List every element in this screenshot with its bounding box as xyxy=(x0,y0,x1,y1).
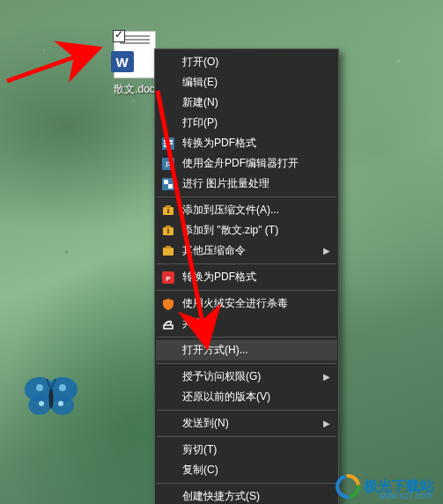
shield-icon xyxy=(161,297,175,311)
menu-print[interactable]: 打印(P) xyxy=(156,113,337,133)
svg-rect-26 xyxy=(167,229,169,233)
svg-point-4 xyxy=(36,384,43,391)
menu-create-shortcut[interactable]: 创建快捷方式(S) xyxy=(156,486,337,504)
menu-separator xyxy=(157,196,336,197)
menu-label: 其他压缩命令 xyxy=(182,243,246,258)
menu-separator xyxy=(157,290,336,291)
chevron-right-icon: ▶ xyxy=(323,246,330,256)
pdf-editor-icon: P xyxy=(161,157,175,171)
svg-point-5 xyxy=(59,384,66,391)
menu-batch-image[interactable]: 进行 图片批量处理 xyxy=(156,174,337,194)
menu-edit[interactable]: 编辑(E) xyxy=(156,72,337,93)
menu-new[interactable]: 新建(N) xyxy=(156,93,337,113)
svg-point-7 xyxy=(58,401,63,406)
svg-point-6 xyxy=(39,401,44,406)
image-batch-icon xyxy=(161,177,175,191)
menu-label: 打开方式(H)... xyxy=(182,343,248,358)
watermark-url: www.xz7.com xyxy=(379,491,432,500)
menu-restore-previous[interactable]: 还原以前的版本(V) xyxy=(156,387,337,407)
svg-rect-19 xyxy=(164,180,168,184)
menu-open-with[interactable]: 打开方式(H)... xyxy=(156,340,337,360)
menu-send-to[interactable]: 发送到(N) ▶ xyxy=(156,413,337,434)
svg-rect-23 xyxy=(167,209,169,213)
menu-add-zip[interactable]: 添加到 "散文.zip" (T) xyxy=(156,220,337,241)
menu-separator xyxy=(157,263,336,264)
pdf-icon xyxy=(161,137,175,151)
word-badge-icon: W xyxy=(111,51,134,72)
chevron-right-icon: ▶ xyxy=(323,419,330,428)
menu-label: 发送到(N) xyxy=(182,416,229,431)
menu-label: 添加到 "散文.zip" (T) xyxy=(182,223,278,238)
svg-rect-25 xyxy=(166,226,171,228)
menu-label: 剪切(T) xyxy=(182,442,217,457)
menu-grant-access[interactable]: 授予访问权限(G) ▶ xyxy=(156,367,337,387)
svg-rect-20 xyxy=(168,184,173,189)
menu-label: 使用金舟PDF编辑器打开 xyxy=(182,156,299,171)
context-menu: 打开(O) 编辑(E) 新建(N) 打印(P) 转换为PDF格式 P 使用金舟P… xyxy=(154,48,339,504)
svg-text:P: P xyxy=(166,160,171,169)
menu-cut[interactable]: 剪切(T) xyxy=(156,440,337,460)
svg-rect-28 xyxy=(166,246,171,248)
menu-label: 授予访问权限(G) xyxy=(182,369,261,384)
svg-rect-27 xyxy=(163,248,174,256)
menu-convert-pdf-2[interactable]: P 转换为PDF格式 xyxy=(156,267,337,287)
menu-label: 共享 xyxy=(182,316,203,331)
menu-other-compress[interactable]: 其他压缩命令 ▶ xyxy=(156,241,337,261)
menu-label: 创建快捷方式(S) xyxy=(182,489,260,504)
zip-icon xyxy=(161,224,175,238)
archive-icon xyxy=(161,204,175,218)
selection-checkbox-icon xyxy=(113,30,125,42)
menu-separator xyxy=(157,483,336,484)
menu-open[interactable]: 打开(O) xyxy=(156,52,337,72)
menu-label: 打开(O) xyxy=(182,55,218,70)
menu-copy[interactable]: 复制(C) xyxy=(156,460,337,480)
menu-label: 转换为PDF格式 xyxy=(182,136,256,151)
menu-label: 使用火绒安全进行杀毒 xyxy=(182,296,288,311)
share-icon xyxy=(161,317,175,331)
svg-rect-13 xyxy=(164,140,173,142)
svg-rect-14 xyxy=(164,143,173,145)
menu-jinshun-pdf[interactable]: P 使用金舟PDF编辑器打开 xyxy=(156,153,337,174)
menu-huorong-scan[interactable]: 使用火绒安全进行杀毒 xyxy=(156,293,337,314)
menu-label: 还原以前的版本(V) xyxy=(182,389,270,404)
menu-separator xyxy=(157,363,336,364)
watermark-logo-icon xyxy=(336,474,360,499)
menu-label: 转换为PDF格式 xyxy=(182,270,256,285)
menu-label: 复制(C) xyxy=(182,463,218,478)
svg-text:P: P xyxy=(166,275,171,283)
compress-icon xyxy=(161,244,175,258)
butterfly-decoration xyxy=(22,370,84,423)
menu-add-archive[interactable]: 添加到压缩文件(A)... xyxy=(156,200,337,220)
chevron-right-icon: ▶ xyxy=(323,372,330,382)
word-document-icon: W xyxy=(114,31,156,78)
svg-point-8 xyxy=(49,388,54,409)
watermark: 极光下载站 www.xz7.com xyxy=(336,474,434,499)
menu-convert-pdf-1[interactable]: 转换为PDF格式 xyxy=(156,133,337,153)
menu-separator xyxy=(157,436,336,437)
menu-label: 打印(P) xyxy=(182,115,218,130)
menu-label: 添加到压缩文件(A)... xyxy=(182,203,279,218)
menu-share[interactable]: 共享 xyxy=(156,314,337,334)
svg-rect-15 xyxy=(164,145,170,147)
menu-separator xyxy=(157,337,336,337)
svg-rect-22 xyxy=(166,205,171,208)
menu-label: 进行 图片批量处理 xyxy=(182,176,269,191)
menu-separator xyxy=(157,410,336,411)
menu-label: 编辑(E) xyxy=(182,75,218,90)
pdf-red-icon: P xyxy=(161,271,175,285)
menu-label: 新建(N) xyxy=(182,95,218,110)
svg-rect-31 xyxy=(164,325,173,329)
